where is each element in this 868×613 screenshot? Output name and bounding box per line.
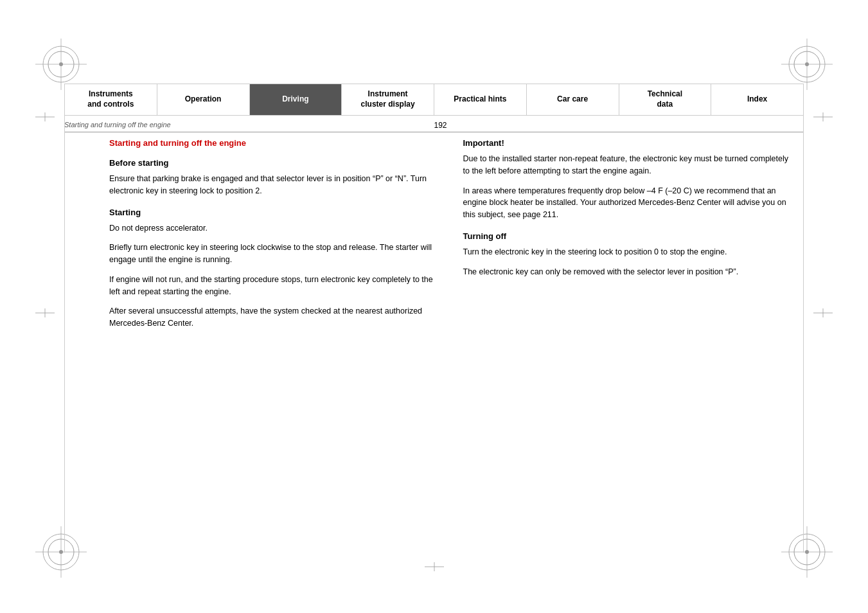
starting-heading: Starting [109,208,438,217]
before-starting-text: Ensure that parking brake is engaged and… [109,173,438,197]
svg-point-4 [59,62,63,66]
right-margin-line [803,84,804,553]
top-left-corner-decoration [35,39,87,90]
svg-point-14 [59,550,63,554]
nav-item-instrument-cluster[interactable]: Instrument cluster display [342,84,434,115]
nav-item-car-care[interactable]: Car care [527,84,619,115]
right-side-marker-mid [813,308,833,317]
breadcrumb: Starting and turning off the engine [64,121,171,129]
nav-item-practical-hints[interactable]: Practical hints [434,84,527,115]
starting-para4: After several unsuccessful attempts, hav… [109,305,438,330]
left-margin-line [64,84,65,553]
turning-off-para1: Turn the electronic key in the steering … [463,246,792,258]
left-side-marker-mid [35,308,55,317]
svg-point-9 [805,62,809,66]
turning-off-para2: The electronic key can only be removed w… [463,266,792,278]
right-side-marker-top [813,112,833,121]
right-column: Important! Due to the installed starter … [463,138,804,549]
starting-para1: Do not depress accelerator. [109,222,438,235]
content-divider [64,132,804,132]
bottom-center-marker [425,562,444,571]
important-para1: Due to the installed starter non-repeat … [463,153,792,177]
navigation-bar: Instruments and controls Operation Drivi… [64,84,804,116]
content-area: Starting and turning off the engine Befo… [64,138,804,549]
nav-item-index[interactable]: Index [711,84,803,115]
important-para2: In areas where temperatures frequently d… [463,185,792,221]
turning-off-heading: Turning off [463,231,792,241]
important-heading: Important! [463,138,792,148]
svg-point-19 [805,550,809,554]
page-number: 192 [434,121,447,130]
nav-item-driving[interactable]: Driving [250,84,342,115]
top-right-corner-decoration [781,39,833,90]
starting-para3: If engine will not run, and the starting… [109,274,438,298]
nav-item-operation[interactable]: Operation [157,84,250,115]
nav-item-instruments[interactable]: Instruments and controls [65,84,157,115]
before-starting-heading: Before starting [109,158,438,168]
left-side-marker-top [35,112,55,121]
section-title: Starting and turning off the engine [109,138,438,148]
starting-para2: Briefly turn electronic key in steering … [109,242,438,266]
left-column: Starting and turning off the engine Befo… [64,138,438,549]
nav-item-technical-data[interactable]: Technical data [619,84,712,115]
